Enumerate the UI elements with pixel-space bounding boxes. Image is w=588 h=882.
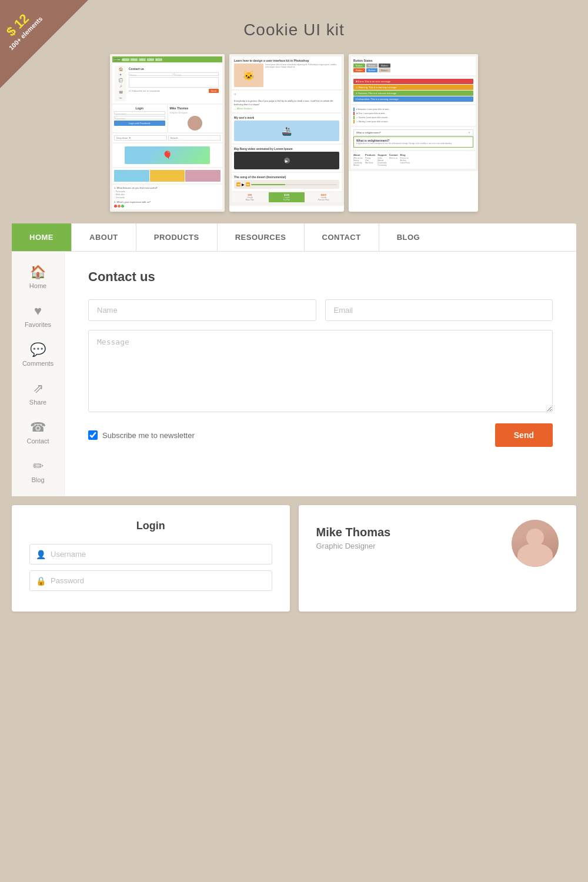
nav-resources[interactable]: RESOURCES: [218, 223, 305, 251]
pencil-icon: ✏: [33, 459, 44, 474]
sidebar-label-favorites: Favorites: [25, 321, 51, 328]
nav-home[interactable]: HOME: [12, 223, 72, 251]
contact-form-title: Contact us: [88, 269, 553, 285]
password-wrap: 🔒: [29, 570, 272, 591]
sidebar-label-comments: Comments: [22, 360, 54, 367]
login-card: Login 👤 🔒: [12, 505, 290, 612]
name-input[interactable]: [88, 299, 316, 321]
comments-icon: 💬: [30, 342, 46, 358]
preview-area: HOME ABOUT PROD RES CONT BLOG 🏠 ♥ 💬 ⇗ ☎: [0, 48, 588, 223]
main-content-panel: Contact us Subscribe me to newsletter Se…: [65, 252, 576, 496]
sidebar: 🏠 Home ♥ Favorites 💬 Comments ⇗ Share ☎: [12, 252, 65, 496]
message-textarea[interactable]: [88, 330, 553, 412]
nav-about[interactable]: ABOUT: [72, 223, 136, 251]
sidebar-item-blog[interactable]: ✏ Blog: [12, 452, 64, 490]
avatar-image: [512, 520, 559, 567]
newsletter-checkbox[interactable]: [88, 430, 98, 440]
avatar: [512, 520, 559, 567]
newsletter-text: Subscribe me to newsletter: [102, 431, 195, 440]
content-area: 🏠 Home ♥ Favorites 💬 Comments ⇗ Share ☎: [12, 252, 576, 496]
nav-blog[interactable]: BLOG: [379, 223, 438, 251]
home-icon: 🏠: [30, 265, 46, 280]
sidebar-label-contact: Contact: [27, 437, 49, 445]
sidebar-item-home[interactable]: 🏠 Home: [12, 258, 64, 296]
sidebar-item-share[interactable]: ⇗ Share: [12, 374, 64, 413]
sidebar-item-comments[interactable]: 💬 Comments: [12, 335, 64, 374]
page-title: Cookie UI kit: [0, 12, 588, 42]
username-input[interactable]: [51, 544, 266, 564]
preview-col-1: HOME ABOUT PROD RES CONT BLOG 🏠 ♥ 💬 ⇗ ☎: [110, 54, 225, 212]
user-icon: 👤: [36, 550, 46, 559]
profile-name: Mike Thomas: [316, 526, 500, 539]
sidebar-label-blog: Blog: [31, 476, 44, 483]
bottom-cards: Login 👤 🔒 Mike Thomas Graphic Designer: [12, 505, 576, 612]
login-title: Login: [29, 520, 272, 532]
profile-role: Graphic Designer: [316, 542, 500, 550]
sidebar-item-contact[interactable]: ☎ Contact: [12, 413, 64, 452]
send-button[interactable]: Send: [495, 423, 553, 447]
newsletter-label[interactable]: Subscribe me to newsletter: [88, 430, 195, 440]
phone-icon: ☎: [30, 420, 46, 435]
sidebar-label-home: Home: [29, 282, 46, 289]
lock-icon: 🔒: [36, 576, 46, 586]
preview-col-2: Learn how to design a user interface kit…: [229, 54, 344, 212]
email-input[interactable]: [325, 299, 553, 321]
preview-col-3: Button States Button Button Button Butto…: [349, 54, 478, 212]
sidebar-item-favorites[interactable]: ♥ Favorites: [12, 296, 64, 335]
top-banner: Cookie UI kit: [0, 0, 588, 48]
username-wrap: 👤: [29, 544, 272, 564]
heart-icon: ♥: [34, 303, 42, 319]
form-footer: Subscribe me to newsletter Send: [88, 423, 553, 447]
password-input[interactable]: [51, 571, 266, 590]
profile-card: Mike Thomas Graphic Designer: [299, 505, 577, 612]
name-email-row: [88, 299, 553, 321]
main-nav: HOME ABOUT PRODUCTS RESOURCES CONTACT BL…: [12, 223, 576, 252]
nav-products[interactable]: PRODUCTS: [136, 223, 218, 251]
demo-section: HOME ABOUT PRODUCTS RESOURCES CONTACT BL…: [12, 223, 576, 496]
share-icon: ⇗: [33, 381, 44, 396]
sidebar-label-share: Share: [29, 399, 46, 406]
nav-contact[interactable]: CONTACT: [305, 223, 379, 251]
